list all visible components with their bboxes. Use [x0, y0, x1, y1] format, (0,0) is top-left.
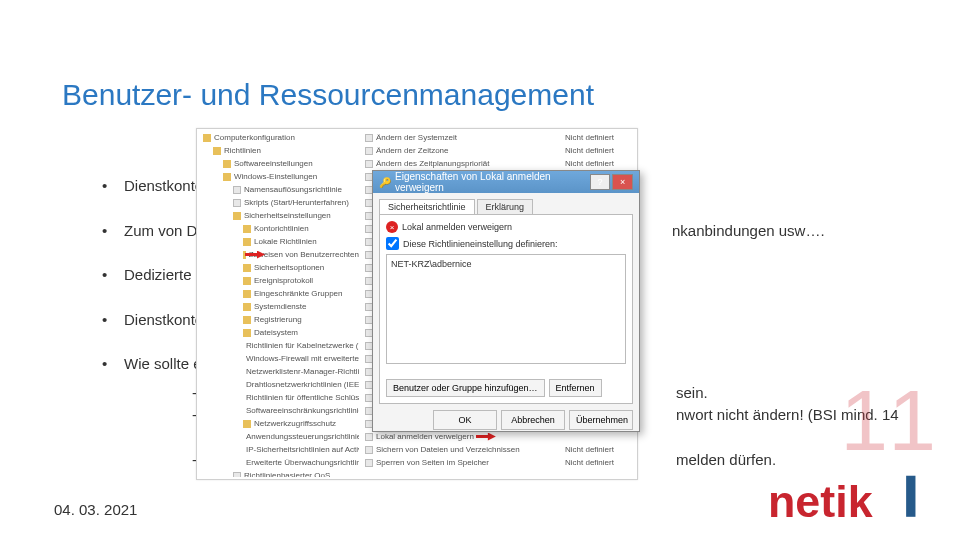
page-number: 11 [840, 371, 936, 470]
user-listbox[interactable]: NET-KRZ\adbernice [386, 254, 626, 364]
ok-button[interactable]: OK [433, 410, 497, 430]
tree-node: Netzwerkzugriffsschutz [199, 417, 359, 430]
folder-icon [223, 173, 231, 181]
tree-node: Softwareeinstellungen [199, 157, 359, 170]
folder-icon [243, 264, 251, 272]
doc-icon [365, 160, 373, 168]
list-item: NET-KRZ\adbernice [391, 259, 472, 269]
doc-icon [365, 433, 373, 441]
tree-node: IP-Sicherheitsrichtlinien auf Active Dir… [199, 443, 359, 456]
tree-node: Ereignisprotokoll [199, 274, 359, 287]
folder-icon [203, 134, 211, 142]
tree-node: Kontorichtlinien [199, 222, 359, 235]
tab-explanation[interactable]: Erklärung [477, 199, 534, 214]
tree-node: Skripts (Start/Herunterfahren) [199, 196, 359, 209]
policy-heading: Lokal anmelden verweigern [402, 222, 512, 232]
tree-node: Softwareeinschränkungsrichtlinien [199, 404, 359, 417]
folder-icon [233, 212, 241, 220]
folder-icon [243, 420, 251, 428]
tree-node: Namensauflösungsrichtlinie [199, 183, 359, 196]
cancel-button[interactable]: Abbrechen [501, 410, 565, 430]
tree-node: Sicherheitseinstellungen [199, 209, 359, 222]
doc-icon [365, 134, 373, 142]
tree-node: Richtlinien [199, 144, 359, 157]
policy-row: Sperren von Seiten im SpeicherNicht defi… [361, 456, 635, 469]
tree-node: Richtlinien für Kabelnetzwerke (IEEE 802… [199, 339, 359, 352]
doc-icon [233, 186, 241, 194]
dialog-titlebar: 🔑 Eigenschaften von Lokal anmelden verwe… [373, 171, 639, 193]
gpo-tree: ComputerkonfigurationRichtlinienSoftware… [199, 131, 359, 477]
slide-title: Benutzer- und Ressourcenmanagement [62, 78, 594, 112]
tree-node: Richtlinien für öffentliche Schlüssel [199, 391, 359, 404]
help-button[interactable]: ? [590, 174, 611, 190]
folder-icon [243, 316, 251, 324]
tree-node: Windows-Einstellungen [199, 170, 359, 183]
tree-node: Anwendungssteuerungsrichtlinien [199, 430, 359, 443]
folder-icon [243, 290, 251, 298]
tree-node: Windows-Firewall mit erweiterter Sicherh… [199, 352, 359, 365]
folder-icon [223, 160, 231, 168]
define-checkbox[interactable]: Diese Richtlinieneinstellung definieren: [386, 237, 626, 250]
key-icon: 🔑 [379, 177, 391, 188]
tab-security-policy[interactable]: Sicherheitsrichtlinie [379, 199, 475, 214]
folder-icon [243, 238, 251, 246]
folder-icon [243, 303, 251, 311]
policy-row: Ändern der SystemzeitNicht definiert [361, 131, 635, 144]
tree-node: Lokale Richtlinien [199, 235, 359, 248]
tree-node: Netzwerklistenr-Manager-Richtlinien [199, 365, 359, 378]
properties-dialog: 🔑 Eigenschaften von Lokal anmelden verwe… [372, 170, 640, 432]
doc-icon [233, 472, 241, 478]
tree-node: Zuweisen von Benutzerrechten [199, 248, 359, 261]
add-user-button[interactable]: Benutzer oder Gruppe hinzufügen… [386, 379, 545, 397]
folder-icon [213, 147, 221, 155]
doc-icon [365, 446, 373, 454]
tree-node: Registrierung [199, 313, 359, 326]
folder-icon [243, 277, 251, 285]
tree-node: Sicherheitsoptionen [199, 261, 359, 274]
close-button[interactable]: × [612, 174, 633, 190]
svg-text:netik: netik [768, 476, 873, 526]
logo: netik [768, 472, 936, 528]
tree-node: Systemdienste [199, 300, 359, 313]
slide-date: 04. 03. 2021 [54, 501, 137, 518]
policy-row: Sichern von Dateien und VerzeichnissenNi… [361, 443, 635, 456]
dialog-title-text: Eigenschaften von Lokal anmelden verweig… [395, 171, 588, 193]
remove-button[interactable]: Entfernen [549, 379, 602, 397]
doc-icon [365, 459, 373, 467]
deny-icon: × [386, 221, 398, 233]
doc-icon [365, 147, 373, 155]
tree-node: Computerkonfiguration [199, 131, 359, 144]
folder-icon [243, 329, 251, 337]
policy-row: Ändern der ZeitzoneNicht definiert [361, 144, 635, 157]
svg-rect-1 [906, 476, 915, 517]
tree-node: Drahtlosnetzwerkrichtlinien (IEEE 802.1) [199, 378, 359, 391]
tree-node: Eingeschränkte Gruppen [199, 287, 359, 300]
tree-node: Dateisystem [199, 326, 359, 339]
policy-row: Ändern des ZeitplanungsprioriätNicht def… [361, 157, 635, 170]
apply-button[interactable]: Übernehmen [569, 410, 633, 430]
tree-node: Erweiterte Überwachungsrichtlinienkonfig… [199, 456, 359, 469]
folder-icon [243, 225, 251, 233]
tree-node: Richtlinienbasierter QoS [199, 469, 359, 477]
doc-icon [233, 199, 241, 207]
